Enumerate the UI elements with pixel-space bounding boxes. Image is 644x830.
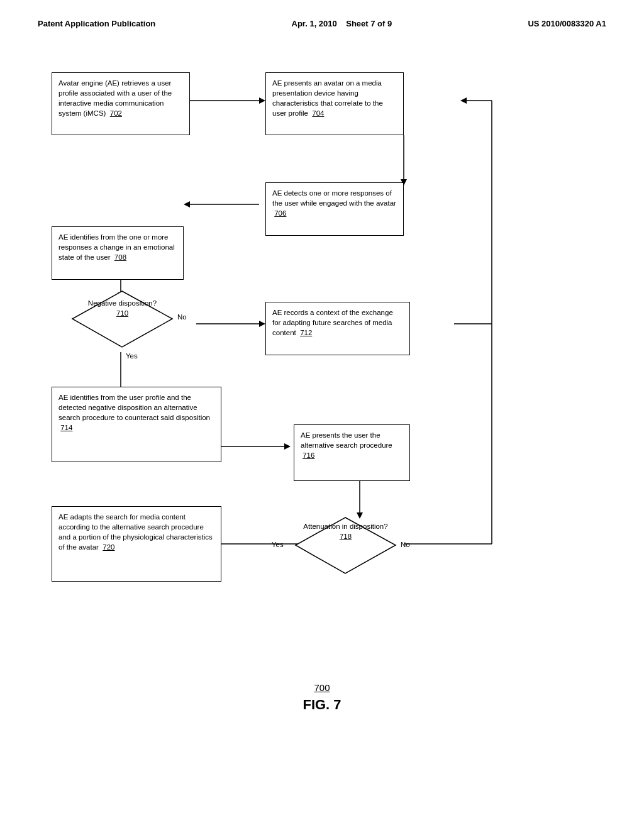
box-704-ref: 704 xyxy=(312,109,324,117)
box-708-ref: 708 xyxy=(114,253,126,261)
header-date-sheet: Apr. 1, 2010 Sheet 7 of 9 xyxy=(292,19,392,28)
header-date: Apr. 1, 2010 xyxy=(292,19,337,28)
diamond-710-label: Negative disposition? 710 xyxy=(77,299,168,318)
box-714: AE identifies from the user profile and … xyxy=(52,387,221,462)
box-716: AE presents the user the alternative sea… xyxy=(294,424,410,481)
page: Patent Application Publication Apr. 1, 2… xyxy=(0,0,644,830)
header-publication-label: Patent Application Publication xyxy=(38,19,155,28)
box-708: AE identifies from the one or more respo… xyxy=(52,226,184,280)
header-sheet: Sheet 7 of 9 xyxy=(346,19,392,28)
diamond-718: Attenuation in disposition? 718 xyxy=(294,516,397,575)
diagram-title: 700 xyxy=(38,682,606,693)
box-716-ref: 716 xyxy=(303,451,314,459)
page-header: Patent Application Publication Apr. 1, 2… xyxy=(38,19,606,28)
box-712-text: AE records a context of the exchange for… xyxy=(272,309,393,336)
box-720-text: AE adapts the search for media content a… xyxy=(58,513,213,551)
flowchart-diagram: Avatar engine (AE) retrieves a user prof… xyxy=(52,53,592,670)
box-702: Avatar engine (AE) retrieves a user prof… xyxy=(52,72,190,135)
box-714-text: AE identifies from the user profile and … xyxy=(58,394,210,421)
box-706-ref: 706 xyxy=(274,209,286,217)
svg-marker-1 xyxy=(259,97,265,104)
figure-label-container: 700 FIG. 7 xyxy=(38,682,606,713)
box-714-ref: 714 xyxy=(60,424,72,431)
svg-marker-13 xyxy=(284,443,291,450)
svg-marker-21 xyxy=(460,97,467,104)
box-704-text: AE presents an avatar on a media present… xyxy=(272,79,383,117)
figure-number: FIG. 7 xyxy=(38,697,606,713)
label-yes-718: Yes xyxy=(272,541,284,548)
box-712: AE records a context of the exchange for… xyxy=(265,302,410,355)
svg-marker-9 xyxy=(259,321,265,327)
box-712-ref: 712 xyxy=(300,329,312,336)
label-no-718: No xyxy=(401,541,410,548)
box-706-text: AE detects one or more responses of the … xyxy=(272,189,396,207)
label-yes-710: Yes xyxy=(126,352,138,360)
box-720: AE adapts the search for media content a… xyxy=(52,506,221,582)
header-patent-number: US 2010/0083320 A1 xyxy=(528,19,606,28)
box-716-text: AE presents the user the alternative sea… xyxy=(301,431,392,449)
box-720-ref: 720 xyxy=(103,543,114,551)
diamond-710: Negative disposition? 710 xyxy=(70,289,174,349)
box-706: AE detects one or more responses of the … xyxy=(265,182,404,236)
diamond-718-label: Attenuation in disposition? 718 xyxy=(299,522,392,541)
label-no-710: No xyxy=(177,313,187,321)
box-704: AE presents an avatar on a media present… xyxy=(265,72,404,135)
box-702-ref: 702 xyxy=(110,109,122,117)
svg-marker-5 xyxy=(184,201,190,208)
